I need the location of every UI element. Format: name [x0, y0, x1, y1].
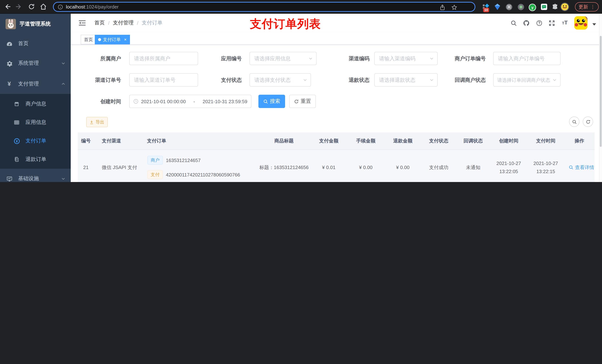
- navbar: 首页 / 支付管理 / 支付订单 支付订单列表: [71, 14, 602, 32]
- tab-pay-order[interactable]: 支付订单 ×: [95, 35, 130, 44]
- refund-status-input[interactable]: [375, 74, 437, 86]
- search-button[interactable]: 搜索: [258, 95, 285, 108]
- label-channel-order-no: 渠道订单号: [78, 73, 121, 87]
- pay-status-select[interactable]: [249, 73, 311, 87]
- sidebar: 芋道管理系统 首页 系统管理 ¥ 支付管理: [0, 14, 71, 182]
- browser-update-button[interactable]: 更新 ⋮: [575, 2, 599, 11]
- main-area: 首页 / 支付管理 / 支付订单 支付订单列表: [71, 14, 602, 182]
- table-row: 21 微信 JSAPI 支付 商户 1635312124657 支付 42000…: [78, 150, 595, 182]
- pay-tag: 支付: [147, 170, 163, 179]
- tab-home[interactable]: 首页: [81, 35, 96, 44]
- search-icon[interactable]: [511, 20, 517, 26]
- col-amount: 支付金额: [310, 132, 347, 149]
- cell-paid: 2021-10-2713:22:15: [527, 150, 564, 182]
- yen-icon: ¥: [6, 81, 13, 87]
- cell-notify: 未通知: [456, 150, 490, 182]
- extension-dot-icon[interactable]: [517, 4, 524, 10]
- label-app-no: 应用编号: [200, 52, 242, 65]
- merchant-order-no-field[interactable]: [493, 52, 560, 65]
- reload-icon[interactable]: [28, 3, 35, 10]
- sidebar-item-infrastructure[interactable]: 基础设施: [0, 169, 71, 182]
- reset-button[interactable]: 重置: [289, 95, 316, 108]
- app-input[interactable]: [250, 52, 316, 65]
- breadcrumb-home[interactable]: 首页: [94, 20, 105, 26]
- back-icon[interactable]: [4, 3, 11, 10]
- extensions-puzzle-icon[interactable]: [552, 4, 558, 10]
- extension-y-icon[interactable]: y: [529, 4, 536, 11]
- cell-id: 21: [78, 150, 94, 182]
- merchant-input[interactable]: [129, 52, 198, 65]
- sidebar-item-refund-order[interactable]: 退款订单: [0, 150, 71, 169]
- sidebar-item-merchant-info[interactable]: 商户信息: [0, 95, 71, 113]
- clock-icon: [133, 99, 139, 104]
- sidebar-item-system[interactable]: 系统管理: [0, 54, 71, 73]
- export-button[interactable]: 导出: [86, 117, 108, 127]
- sidebar-item-pay-order[interactable]: ¥ 支付订单: [0, 132, 71, 150]
- col-order: 支付订单: [147, 132, 258, 149]
- cell-order: 商户 1635312124657 支付 42000011742021102780…: [147, 150, 258, 182]
- gear-icon: [6, 60, 13, 66]
- sidebar-item-app-info[interactable]: 应用信息: [0, 113, 71, 132]
- share-icon[interactable]: [440, 4, 445, 10]
- address-bar[interactable]: localhost:1024/pay/order: [53, 2, 475, 12]
- extension-command-icon[interactable]: ⌘: [506, 4, 512, 10]
- channel-code-input[interactable]: [375, 52, 437, 65]
- channel-code-select[interactable]: [374, 52, 438, 65]
- help-icon[interactable]: [536, 20, 542, 26]
- extension-kite-icon[interactable]: [495, 4, 500, 10]
- sidebar-item-home[interactable]: 首页: [0, 34, 71, 53]
- avatar-dropdown-caret[interactable]: [592, 23, 596, 26]
- forward-icon[interactable]: [16, 3, 22, 10]
- kebab-menu-icon: ⋮: [590, 4, 595, 10]
- scrollbar-thumb[interactable]: [600, 36, 602, 147]
- grid-icon: [13, 119, 20, 125]
- profile-emoji-icon[interactable]: [560, 3, 569, 11]
- site-info-icon[interactable]: [58, 4, 63, 10]
- app-select[interactable]: [249, 52, 317, 65]
- fold-sidebar-icon[interactable]: [79, 20, 86, 26]
- chevron-down-icon: [61, 61, 65, 65]
- sidebar-item-payment[interactable]: ¥ 支付管理: [0, 74, 71, 94]
- url-text: localhost:1024/pay/order: [66, 4, 119, 10]
- channel-order-no-input[interactable]: [129, 74, 198, 86]
- label-notify-status: 回调商户状态: [437, 73, 486, 87]
- label-create-time: 创建时间: [78, 95, 121, 108]
- label-channel-code: 渠道编码: [326, 52, 369, 65]
- font-size-icon[interactable]: TT: [562, 19, 568, 26]
- breadcrumb-payment[interactable]: 支付管理: [113, 20, 134, 26]
- fullscreen-icon[interactable]: [549, 20, 555, 26]
- toggle-search-button[interactable]: [569, 116, 580, 127]
- channel-order-no-field[interactable]: [129, 73, 198, 87]
- table-body: 21 微信 JSAPI 支付 商户 1635312124657 支付 42000…: [78, 150, 595, 182]
- pay-status-input[interactable]: [250, 74, 311, 86]
- refresh-table-button[interactable]: [583, 116, 593, 127]
- sidebar-logo[interactable]: 芋道管理系统: [0, 14, 71, 34]
- merchant-order-no-input[interactable]: [494, 52, 560, 65]
- merchant-tag: 商户: [147, 156, 163, 165]
- app-window: 芋道管理系统 首页 系统管理 ¥ 支付管理: [0, 14, 602, 182]
- cell-created: 2021-10-2713:22:05: [490, 150, 527, 182]
- merchant-select[interactable]: [129, 52, 198, 65]
- close-tab-icon[interactable]: ×: [124, 37, 127, 42]
- monitor-chart-icon: [6, 176, 13, 182]
- extension-chat-icon[interactable]: [541, 4, 547, 10]
- home-icon[interactable]: [40, 3, 47, 10]
- bookmark-star-icon[interactable]: [451, 4, 457, 10]
- chevron-up-icon: [61, 82, 65, 86]
- label-merchant: 所属商户: [78, 52, 121, 65]
- github-icon[interactable]: [523, 20, 529, 26]
- screen: localhost:1024/pay/order 10 ⌘ y: [0, 0, 602, 182]
- create-time-range-picker[interactable]: 2021-10-01 00:00:00 - 2021-10-31 23:59:5…: [129, 95, 251, 108]
- notify-status-select[interactable]: [493, 73, 560, 87]
- magnifier-icon: [569, 165, 573, 170]
- notify-status-input[interactable]: [494, 74, 560, 86]
- document-copy-icon: [13, 156, 20, 162]
- cell-refund: ¥ 0.00: [384, 150, 421, 182]
- page-scrollbar[interactable]: [599, 14, 602, 182]
- col-notify: 回调状态: [456, 132, 490, 149]
- refund-status-select[interactable]: [374, 73, 438, 87]
- user-avatar[interactable]: [574, 16, 588, 30]
- view-detail-link[interactable]: 查看详情: [564, 150, 595, 182]
- label-merchant-order-no: 商户订单编号: [437, 52, 486, 65]
- table-header: 编号 支付渠道 支付订单 商品标题 支付金额 手续金额 退款金额 支付状态 回调…: [78, 132, 595, 150]
